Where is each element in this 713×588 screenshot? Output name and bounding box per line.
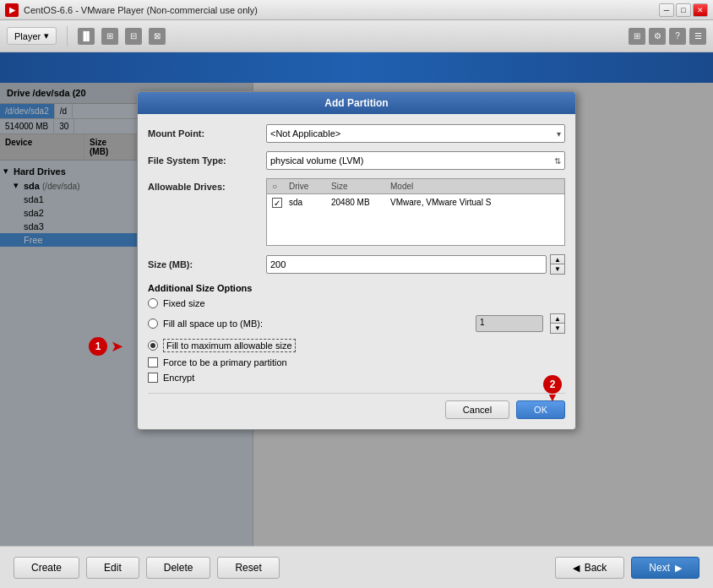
drive-check-icon: ✓ xyxy=(272,198,282,208)
filesystem-arrow-icon: ⇅ xyxy=(554,156,561,166)
fillup-spin-down[interactable]: ▼ xyxy=(551,324,564,333)
annotation-1-badge: 1 xyxy=(89,337,107,356)
primary-partition-checkbox[interactable] xyxy=(148,357,158,368)
title-bar: ▶ CentOS-6.6 - VMware Player (Non-commer… xyxy=(0,0,713,20)
encrypt-checkbox[interactable] xyxy=(148,373,158,383)
drive-size-cell: 20480 MB xyxy=(329,197,389,209)
fill-up-input[interactable]: 1 xyxy=(476,315,543,332)
window-title: CentOS-6.6 - VMware Player (Non-commerci… xyxy=(24,5,654,15)
main-content: Drive /dev/sda (20 /d/dev/sda2 /d 514000… xyxy=(0,83,713,546)
cancel-button[interactable]: Cancel xyxy=(445,400,509,419)
spin-up-button[interactable]: ▲ xyxy=(551,255,564,264)
toolbar-separator xyxy=(67,26,68,46)
next-label: Next xyxy=(649,562,670,574)
add-partition-dialog: Add Partition Mount Point: <Not Applicab… xyxy=(137,91,576,430)
vm-power-icon[interactable]: ▐▌ xyxy=(78,28,95,45)
back-label: Back xyxy=(585,562,607,574)
reset-button[interactable]: Reset xyxy=(217,557,279,579)
allowable-drives-area: Allowable Drives: ○ Drive Size Model ✓ xyxy=(148,178,565,246)
mount-point-label: Mount Point: xyxy=(148,128,266,139)
filesystem-type-select[interactable]: physical volume (LVM) ⇅ xyxy=(266,151,565,170)
back-arrow-icon xyxy=(573,562,580,574)
primary-partition-label: Force to be a primary partition xyxy=(163,357,287,368)
radio-fillup-label: Fill all space up to (MB): xyxy=(163,318,263,329)
col-check-header: ○ xyxy=(270,181,287,192)
additional-size-options: Additional Size Options Fixed size Fill … xyxy=(148,283,565,352)
create-button[interactable]: Create xyxy=(14,557,79,579)
size-mb-row: Size (MB): 200 ▲ ▼ xyxy=(148,254,565,275)
minimize-button[interactable]: ─ xyxy=(659,3,674,17)
edit-button[interactable]: Edit xyxy=(86,557,139,579)
encrypt-row: Encrypt xyxy=(148,373,565,383)
drives-table: ○ Drive Size Model ✓ sda 20480 MB VMware… xyxy=(266,178,565,246)
radio-fixed-row: Fixed size xyxy=(148,298,565,308)
mount-point-value: <Not Applicable> xyxy=(270,128,340,139)
size-mb-label: Size (MB): xyxy=(148,259,266,270)
mount-point-select[interactable]: <Not Applicable> ▾ xyxy=(266,124,565,143)
radio-fillmax-button[interactable] xyxy=(148,340,158,351)
col-model-header: Model xyxy=(389,181,561,192)
dropdown-icon: ▾ xyxy=(44,30,49,41)
window-controls: ─ □ ✕ xyxy=(659,3,708,17)
fillup-spinner[interactable]: ▲ ▼ xyxy=(550,313,565,334)
toolbar-right: ⊞ ⚙ ? ☰ xyxy=(629,28,706,45)
drive-model-cell: VMware, VMware Virtual S xyxy=(389,197,561,209)
maximize-button[interactable]: □ xyxy=(676,3,691,17)
settings-icon[interactable]: ⚙ xyxy=(649,28,666,45)
drives-table-empty xyxy=(267,211,564,245)
dialog-buttons: Cancel 2 ▼ OK xyxy=(148,393,565,419)
filesystem-type-value: physical volume (LVM) xyxy=(270,155,363,166)
col-size-header: Size xyxy=(329,181,389,192)
fillup-spin-up[interactable]: ▲ xyxy=(551,314,564,324)
back-button[interactable]: Back xyxy=(555,557,625,579)
usb-icon[interactable]: ⊠ xyxy=(149,28,166,45)
app-icon: ▶ xyxy=(5,3,19,17)
player-label: Player xyxy=(14,31,41,41)
mount-point-row: Mount Point: <Not Applicable> ▾ xyxy=(148,124,565,143)
snapshot-icon[interactable]: ⊞ xyxy=(101,28,118,45)
mount-point-control: <Not Applicable> ▾ xyxy=(266,124,565,143)
drives-table-header: ○ Drive Size Model xyxy=(267,179,564,194)
fullscreen-icon[interactable]: ⊞ xyxy=(629,28,645,45)
col-drive-header: Drive xyxy=(287,181,329,192)
radio-fillmax-row: 1 ➤ Fill to maximum allowable size xyxy=(148,339,565,352)
annotation-2-arrow-icon: ▼ xyxy=(547,390,558,404)
mount-point-arrow-icon: ▾ xyxy=(557,129,561,139)
annotation-1: 1 ➤ xyxy=(89,337,123,356)
ok-button-container: 2 ▼ OK xyxy=(516,400,565,419)
drive-checkbox[interactable]: ✓ xyxy=(270,197,287,209)
size-mb-control: 200 ▲ ▼ xyxy=(266,254,565,275)
radio-fillup-row: Fill all space up to (MB): 1 ▲ ▼ xyxy=(148,313,565,334)
toolbar: Player ▾ ▐▌ ⊞ ⊟ ⊠ ⊞ ⚙ ? ☰ xyxy=(0,20,713,52)
next-button[interactable]: Next xyxy=(631,557,699,579)
primary-partition-row: Force to be a primary partition xyxy=(148,357,565,368)
radio-fixed-button[interactable] xyxy=(148,298,158,308)
annotation-1-arrow-icon: ➤ xyxy=(111,337,123,356)
radio-fillup-button[interactable] xyxy=(148,318,158,329)
next-arrow-icon xyxy=(675,562,682,574)
radio-fixed-label: Fixed size xyxy=(163,298,205,308)
dialog-title: Add Partition xyxy=(138,92,575,114)
close-button[interactable]: ✕ xyxy=(693,3,708,17)
size-mb-value: 200 xyxy=(270,259,286,270)
player-menu-button[interactable]: Player ▾ xyxy=(7,27,57,45)
filesystem-type-control: physical volume (LVM) ⇅ xyxy=(266,151,565,170)
modal-overlay: Add Partition Mount Point: <Not Applicab… xyxy=(0,83,713,546)
help-icon[interactable]: ? xyxy=(669,28,686,45)
filesystem-type-row: File System Type: physical volume (LVM) … xyxy=(148,151,565,170)
size-spinner[interactable]: ▲ ▼ xyxy=(550,254,565,275)
filesystem-type-label: File System Type: xyxy=(148,155,266,166)
blue-header-bar xyxy=(0,52,713,83)
drive-name-cell: sda xyxy=(287,197,329,209)
network-icon[interactable]: ⊟ xyxy=(125,28,142,45)
size-mb-input[interactable]: 200 xyxy=(266,255,547,274)
additional-size-title: Additional Size Options xyxy=(148,283,565,293)
drives-table-row-1[interactable]: ✓ sda 20480 MB VMware, VMware Virtual S xyxy=(267,194,564,211)
spin-down-button[interactable]: ▼ xyxy=(551,264,564,274)
dialog-body: Mount Point: <Not Applicable> ▾ File Sys… xyxy=(138,114,575,429)
radio-fillmax-label: Fill to maximum allowable size xyxy=(163,339,296,352)
menu-icon[interactable]: ☰ xyxy=(689,28,706,45)
bottom-bar: Create Edit Delete Reset Back Next xyxy=(0,546,713,588)
fill-up-value: 1 xyxy=(476,316,542,329)
delete-button[interactable]: Delete xyxy=(146,557,211,579)
